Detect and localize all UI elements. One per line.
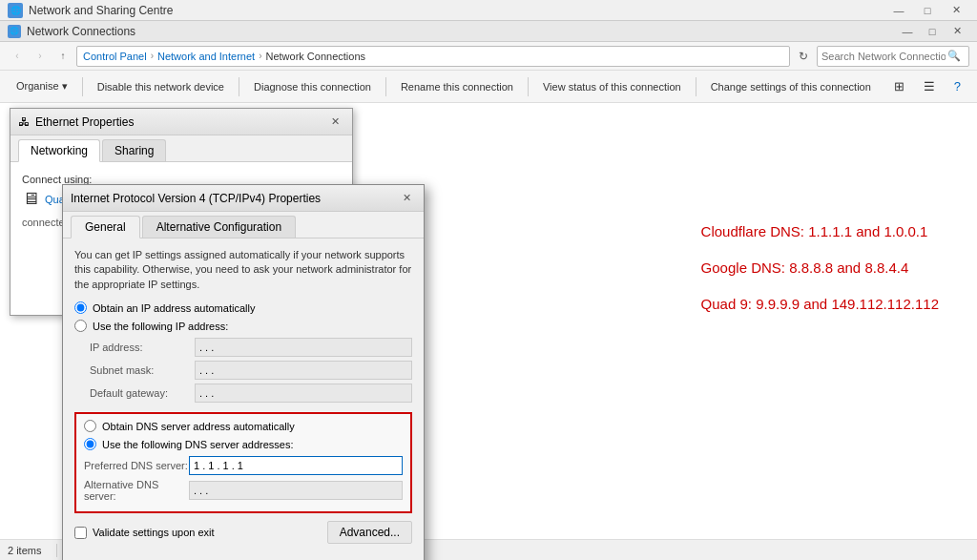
default-gateway-row: Default gateway: (90, 384, 412, 403)
alternative-dns-label: Alternative DNS server: (84, 479, 189, 502)
eth-title-text: Ethernet Properties (35, 115, 134, 129)
eth-icon: 🖧 (18, 115, 30, 129)
nc-toolbar: Organise ▾ Disable this network device D… (0, 71, 977, 103)
dns-info-panel: Cloudflare DNS: 1.1.1.1 and 1.0.0.1 Goog… (701, 218, 939, 326)
ip-address-input[interactable] (195, 338, 412, 357)
main-window: 🌐 Network and Sharing Centre — □ ✕ 🌐 Net… (0, 0, 977, 560)
view-status-button[interactable]: View status of this connection (534, 74, 690, 99)
subnet-mask-row: Subnet mask: (90, 361, 412, 380)
rename-button[interactable]: Rename this connection (392, 74, 522, 99)
validate-label: Validate settings upon exit (93, 527, 215, 538)
ipv4-content: You can get IP settings assigned automat… (63, 239, 424, 560)
radio-auto-dns-row: Obtain DNS server address automatically (84, 420, 403, 432)
google-dns-text: Google DNS: 8.8.8.8 and 8.8.4.4 (701, 254, 939, 282)
breadcrumb-network-internet[interactable]: Network and Internet (157, 51, 255, 62)
toolbar-separator-5 (696, 77, 696, 96)
subnet-mask-label: Subnet mask: (90, 364, 195, 376)
toolbar-separator-1 (82, 77, 83, 96)
default-gateway-input[interactable] (195, 384, 412, 403)
back-button[interactable]: ‹ (8, 47, 27, 66)
help-button[interactable]: ? (946, 74, 969, 99)
manual-ip-label: Use the following IP address: (93, 321, 228, 332)
search-box: 🔍 (817, 46, 969, 67)
forward-button[interactable]: › (31, 47, 50, 66)
preferred-dns-input[interactable] (189, 456, 403, 475)
ipv4-title-left: Internet Protocol Version 4 (TCP/IPv4) P… (71, 192, 321, 205)
alternative-dns-input[interactable] (189, 481, 403, 500)
diagnose-button[interactable]: Diagnose this connection (245, 74, 380, 99)
change-settings-button[interactable]: Change settings of this connection (702, 74, 880, 99)
manual-ip-radio[interactable] (74, 320, 87, 332)
nsc-win-controls: — □ ✕ (885, 2, 969, 19)
nsc-title-left: 🌐 Network and Sharing Centre (8, 3, 173, 18)
ipv4-tabs: General Alternative Configuration (63, 212, 424, 239)
nc-minimize-button[interactable]: — (895, 23, 920, 40)
refresh-icon[interactable]: ↻ (799, 50, 808, 63)
toolbar-right: ⊞ ☰ ? (885, 74, 969, 99)
dns-section: Obtain DNS server address automatically … (74, 412, 412, 513)
organise-button[interactable]: Organise ▾ (8, 74, 76, 99)
ipv4-close-button[interactable]: ✕ (397, 190, 416, 207)
breadcrumb-network-connections: Network Connections (265, 51, 365, 62)
up-button[interactable]: ↑ (53, 47, 73, 66)
ipv4-description: You can get IP settings assigned automat… (74, 248, 412, 292)
quad9-dns-text: Quad 9: 9.9.9.9 and 149.112.112.112 (701, 290, 939, 319)
subnet-mask-input[interactable] (195, 361, 412, 380)
items-count: 2 items (8, 545, 41, 556)
search-input[interactable] (821, 51, 946, 62)
nsc-maximize-button[interactable]: □ (914, 2, 941, 19)
nsc-titlebar: 🌐 Network and Sharing Centre — □ ✕ (0, 0, 977, 21)
eth-tab-sharing[interactable]: Sharing (102, 139, 166, 161)
details-button[interactable]: ☰ (915, 74, 944, 99)
eth-tabs: Networking Sharing (10, 135, 352, 162)
nc-addressbar: ‹ › ↑ Control Panel › Network and Intern… (0, 42, 977, 71)
radio-manual-dns-row: Use the following DNS server addresses: (84, 438, 403, 450)
eth-tab-networking[interactable]: Networking (18, 139, 100, 162)
eth-titlebar: 🖧 Ethernet Properties ✕ (10, 109, 352, 135)
nc-close-button[interactable]: ✕ (945, 23, 969, 40)
ip-address-label: IP address: (90, 342, 195, 353)
auto-ip-label: Obtain an IP address automatically (93, 302, 255, 314)
toolbar-separator-2 (239, 77, 239, 96)
adapter-icon: 🖥 (22, 189, 39, 209)
nc-content: Cloudflare DNS: 1.1.1.1 and 1.0.0.1 Goog… (0, 103, 977, 539)
ipv4-tab-general[interactable]: General (71, 216, 140, 239)
auto-ip-radio[interactable] (74, 301, 87, 314)
nsc-close-button[interactable]: ✕ (943, 2, 969, 19)
nsc-icon: 🌐 (8, 3, 23, 18)
toolbar-separator-4 (528, 77, 529, 96)
validate-row: Validate settings upon exit Advanced... (74, 521, 412, 544)
preferred-dns-row: Preferred DNS server: (84, 456, 403, 475)
radio-manual-ip-row: Use the following IP address: (74, 320, 412, 332)
view-icon-button[interactable]: ⊞ (885, 74, 913, 99)
nc-maximize-button[interactable]: □ (920, 23, 945, 40)
auto-dns-label: Obtain DNS server address automatically (102, 421, 295, 432)
ip-address-row: IP address: (90, 338, 412, 357)
toolbar-separator-3 (385, 77, 386, 96)
ipv4-titlebar: Internet Protocol Version 4 (TCP/IPv4) P… (63, 185, 424, 212)
nc-win-controls: — □ ✕ (895, 23, 969, 40)
nc-window: 🌐 Network Connections — □ ✕ ‹ › ↑ Contro… (0, 21, 977, 560)
validate-checkbox[interactable] (74, 527, 87, 539)
disable-button[interactable]: Disable this network device (89, 74, 233, 99)
nc-icon: 🌐 (8, 25, 21, 38)
nsc-minimize-button[interactable]: — (885, 2, 912, 19)
default-gateway-label: Default gateway: (90, 387, 195, 399)
breadcrumb-bar: Control Panel › Network and Internet › N… (76, 46, 790, 67)
advanced-button[interactable]: Advanced... (327, 521, 412, 544)
search-icon: 🔍 (947, 50, 961, 62)
manual-dns-label: Use the following DNS server addresses: (102, 439, 294, 450)
alternative-dns-row: Alternative DNS server: (84, 479, 403, 502)
nsc-title-text: Network and Sharing Centre (29, 4, 173, 17)
eth-close-button[interactable]: ✕ (325, 114, 344, 131)
breadcrumb-control-panel[interactable]: Control Panel (83, 51, 147, 62)
nc-title-text: Network Connections (27, 25, 135, 38)
ipv4-title-text: Internet Protocol Version 4 (TCP/IPv4) P… (71, 192, 321, 205)
ipv4-dialog: Internet Protocol Version 4 (TCP/IPv4) P… (62, 184, 425, 560)
manual-dns-radio[interactable] (84, 438, 96, 450)
nc-title-left: 🌐 Network Connections (8, 25, 135, 38)
ipv4-tab-alt-config[interactable]: Alternative Configuration (142, 216, 296, 238)
auto-dns-radio[interactable] (84, 420, 96, 432)
preferred-dns-label: Preferred DNS server: (84, 460, 189, 471)
nc-titlebar: 🌐 Network Connections — □ ✕ (0, 21, 977, 42)
